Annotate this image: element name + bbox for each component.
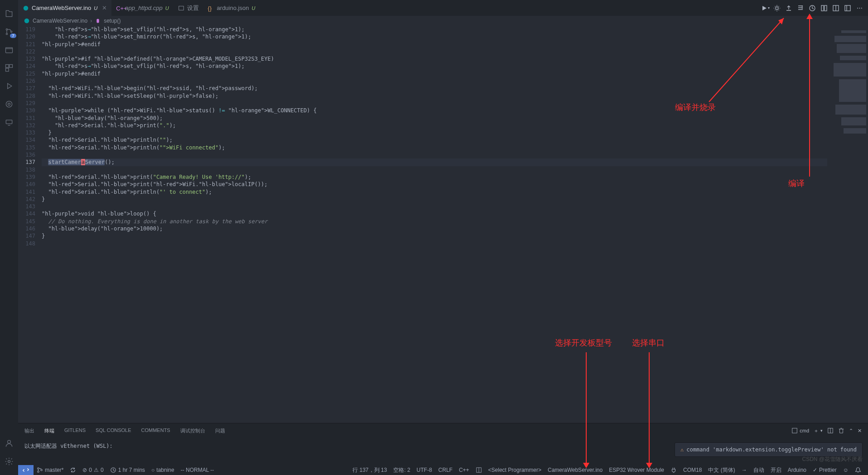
problems[interactable]: ⊘0 ⚠0: [79, 467, 106, 473]
panel-tab-sql console[interactable]: SQL CONSOLE: [96, 427, 131, 434]
svg-rect-14: [178, 6, 183, 10]
svg-point-9: [8, 103, 10, 106]
minimap[interactable]: [827, 26, 868, 423]
close-icon[interactable]: ✕: [102, 5, 107, 11]
svg-point-16: [776, 7, 778, 10]
svg-point-1: [6, 33, 7, 34]
svg-point-29: [38, 468, 39, 470]
status-bar: master* ⊘0 ⚠0 1 hr 7 mins ○tabnine -- NO…: [18, 465, 868, 475]
preview-icon[interactable]: [473, 467, 485, 473]
sketch-name[interactable]: CameraWebServer.ino: [545, 467, 606, 473]
panel-bar: 输出终端GITLENSSQL CONSOLECOMMENTS调试控制台问题 cm…: [18, 423, 868, 438]
extensions-icon[interactable]: [0, 59, 18, 77]
history-icon[interactable]: [807, 3, 817, 13]
svg-rect-4: [6, 65, 9, 68]
panel-tab-gitlens[interactable]: GITLENS: [64, 427, 86, 434]
prettier-button[interactable]: ✓ Prettier: [810, 467, 840, 473]
tab-apphttpd[interactable]: C++ app_httpd.cpp U: [111, 0, 173, 16]
close-panel-button[interactable]: ✕: [858, 428, 862, 434]
locale[interactable]: 中文 (简体): [705, 466, 738, 474]
notification-toast[interactable]: ⚠ command 'markdown.extension.togglePrev…: [675, 442, 863, 457]
kill-terminal-button[interactable]: [838, 427, 844, 434]
git-branch[interactable]: master*: [34, 467, 67, 473]
panel-tab-调试控制台[interactable]: 调试控制台: [180, 427, 205, 434]
svg-point-0: [6, 29, 7, 30]
code-content[interactable]: "hl-red">s→"hl-blue">set_vflip("hl-red">…: [42, 26, 827, 423]
language-mode[interactable]: C++: [456, 467, 473, 473]
gitlens-icon[interactable]: [0, 95, 18, 113]
svg-rect-19: [825, 5, 827, 11]
open-button[interactable]: 开启: [767, 466, 785, 474]
json-file-icon: {}: [208, 5, 214, 11]
run-button[interactable]: ▾: [760, 3, 770, 13]
feedback-icon[interactable]: ☺: [840, 467, 852, 473]
panel-tab-输出[interactable]: 输出: [24, 427, 34, 434]
plug-icon[interactable]: [667, 467, 680, 473]
panel-tab-问题[interactable]: 问题: [215, 427, 225, 434]
verify-button[interactable]: [796, 3, 805, 13]
shell-selector[interactable]: cmd: [791, 427, 809, 434]
layout-icon[interactable]: [843, 3, 853, 13]
activity-bar: 7: [0, 0, 18, 475]
vim-mode: -- NORMAL --: [178, 467, 217, 473]
svg-rect-18: [821, 5, 824, 11]
svg-marker-7: [8, 83, 12, 89]
remote-icon[interactable]: [0, 113, 18, 131]
indentation[interactable]: 空格: 2: [390, 466, 413, 474]
remote-button[interactable]: [18, 465, 34, 475]
svg-point-13: [24, 5, 29, 10]
wakatime[interactable]: 1 hr 7 mins: [107, 467, 148, 473]
auto-button[interactable]: 自动: [750, 466, 767, 474]
split-right-icon[interactable]: [831, 3, 841, 13]
maximize-panel-button[interactable]: ⌃: [849, 428, 853, 434]
bell-icon[interactable]: [852, 467, 864, 473]
split-terminal-button[interactable]: [827, 427, 834, 434]
svg-rect-5: [10, 65, 13, 68]
tab-settings[interactable]: 设置: [174, 0, 203, 16]
svg-marker-15: [762, 6, 767, 10]
new-terminal-button[interactable]: ＋▾: [814, 427, 823, 434]
arduino-file-icon: [24, 18, 30, 24]
tabnine[interactable]: ○tabnine: [148, 467, 178, 473]
run-debug-icon[interactable]: [0, 77, 18, 95]
arrow-icon[interactable]: →: [738, 467, 750, 473]
upload-button[interactable]: [784, 3, 794, 13]
svg-point-11: [8, 440, 11, 443]
git-sync[interactable]: [67, 467, 79, 473]
arduino-file-icon: [23, 5, 29, 11]
code-editor[interactable]: 1191201211221231241251261271281291301311…: [18, 26, 868, 423]
tab-camerawebserver[interactable]: CameraWebServer.ino U ✕: [18, 0, 111, 16]
breadcrumb[interactable]: CameraWebServer.ino › setup(): [18, 16, 868, 26]
board-manager-button[interactable]: [772, 3, 782, 13]
svg-point-8: [6, 101, 12, 107]
settings-icon[interactable]: [0, 452, 18, 470]
svg-rect-25: [97, 19, 99, 23]
eol[interactable]: CRLF: [435, 467, 456, 473]
settings-file-icon: [178, 5, 184, 11]
programmer-selector[interactable]: <Select Programmer>: [485, 467, 545, 473]
explorer-icon[interactable]: [0, 5, 18, 23]
more-icon[interactable]: ⋯: [854, 3, 864, 13]
panel-tab-终端[interactable]: 终端: [44, 427, 54, 438]
source-control-icon[interactable]: 7: [0, 23, 18, 41]
svg-point-24: [24, 19, 29, 24]
svg-rect-10: [6, 120, 12, 124]
arduino-button[interactable]: Arduino: [785, 467, 810, 473]
svg-point-30: [38, 471, 39, 473]
tabs-bar: CameraWebServer.ino U ✕ C++ app_httpd.cp…: [18, 0, 868, 16]
folder-icon[interactable]: [0, 41, 18, 59]
svg-point-31: [41, 469, 43, 471]
account-icon[interactable]: [0, 434, 18, 452]
svg-rect-26: [792, 428, 797, 433]
encoding[interactable]: UTF-8: [414, 467, 435, 473]
terminal[interactable]: 以太网适配器 vEthernet (WSL): ⚠ command 'markd…: [18, 438, 868, 465]
cursor-position[interactable]: 行 137，列 13: [349, 466, 390, 474]
panel-tab-comments[interactable]: COMMENTS: [141, 427, 170, 434]
line-gutter: 1191201211221231241251261271281291301311…: [18, 26, 42, 423]
tab-arduinojson[interactable]: {} arduino.json U: [203, 0, 260, 16]
svg-rect-6: [6, 68, 9, 72]
cpp-file-icon: C++: [116, 5, 122, 11]
board-selector[interactable]: ESP32 Wrover Module: [606, 467, 667, 473]
compare-icon[interactable]: [819, 3, 829, 13]
port-selector[interactable]: COM18: [680, 467, 705, 473]
